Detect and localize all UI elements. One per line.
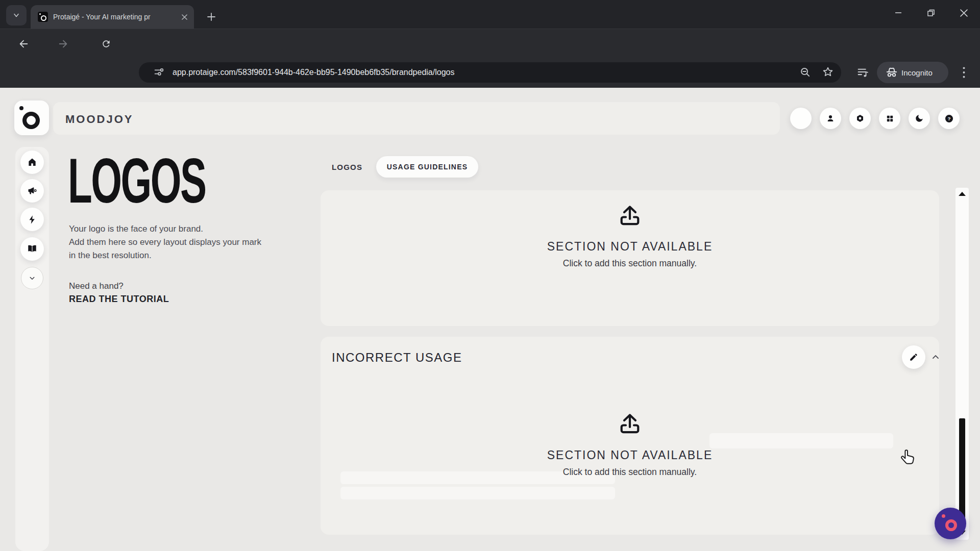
hand-pointer-cursor (900, 449, 916, 466)
empty-section-subtitle[interactable]: Click to add this section manually. (321, 467, 939, 478)
window-controls (882, 0, 980, 29)
page-title: LOGOS (68, 153, 206, 208)
brand-name: MOODJOY (65, 113, 133, 126)
chevron-down-icon (12, 11, 20, 19)
pencil-icon (909, 353, 918, 362)
media-controls-icon[interactable] (856, 66, 869, 79)
incognito-icon (885, 66, 898, 79)
description-line: Your logo is the face of your brand. (69, 222, 261, 236)
help-prompt: Need a hand? (69, 281, 124, 291)
app-header-bar (53, 102, 780, 135)
page-description: Your logo is the face of your brand. Add… (69, 222, 261, 262)
grid-icon (886, 114, 894, 123)
incorrect-usage-card: INCORRECT USAGE SECTION NOT AVAILABLE Cl… (321, 337, 939, 535)
close-icon (960, 9, 968, 17)
bookmark-star-icon[interactable] (822, 66, 834, 78)
skeleton-band (340, 487, 615, 499)
sidebar-item-quick-actions[interactable] (20, 208, 44, 231)
sidebar-item-home[interactable] (20, 151, 44, 174)
browser-menu-kebab-icon[interactable] (960, 66, 968, 79)
description-line: in the best resolution. (69, 249, 261, 262)
app-page: MOODJOY ? (0, 88, 980, 551)
browser-tab[interactable]: Protaigé - Your AI marketing pr (31, 5, 194, 29)
upload-icon-wrap (321, 411, 939, 440)
help-button[interactable]: ? (938, 108, 960, 129)
address-bar[interactable]: app.protaige.com/583f9601-944b-462e-bb95… (139, 62, 841, 83)
empty-section-title: SECTION NOT AVAILABLE (321, 448, 939, 462)
dark-mode-button[interactable] (909, 108, 930, 129)
incognito-label: Incognito (901, 68, 933, 77)
open-book-icon (27, 244, 37, 254)
question-icon: ? (944, 114, 954, 123)
upload-icon (617, 411, 643, 438)
restore-icon (927, 9, 935, 17)
back-button[interactable] (15, 35, 32, 53)
fab-ring-icon (945, 519, 957, 531)
zoom-out-icon[interactable] (799, 66, 811, 78)
back-arrow-icon (18, 38, 29, 49)
logo-dot-icon (19, 106, 23, 110)
upload-icon (617, 203, 643, 230)
home-icon (27, 157, 37, 167)
incorrect-usage-title: INCORRECT USAGE (332, 350, 462, 365)
reload-icon (101, 39, 111, 49)
url-text[interactable]: app.protaige.com/583f9601-944b-462e-bb95… (173, 62, 454, 83)
avatar[interactable] (790, 108, 812, 129)
browser-tabstrip: Protaigé - Your AI marketing pr (0, 0, 980, 29)
upload-icon-wrap (321, 203, 939, 232)
edit-section-button[interactable] (902, 345, 925, 369)
protaige-favicon-icon (38, 12, 48, 22)
profile-button[interactable] (820, 108, 841, 129)
empty-section-title: SECTION NOT AVAILABLE (321, 240, 939, 254)
close-window-button[interactable] (947, 0, 980, 26)
tab-usage-guidelines[interactable]: USAGE GUIDELINES (376, 156, 478, 178)
forward-button[interactable] (55, 35, 72, 53)
moon-icon (915, 114, 924, 123)
settings-button[interactable] (849, 108, 871, 129)
forward-arrow-icon (58, 38, 69, 49)
browser-toolbar: app.protaige.com/583f9601-944b-462e-bb95… (0, 29, 980, 88)
gear-icon (855, 114, 865, 123)
sidebar-expand-button[interactable] (21, 267, 43, 289)
lightning-bolt-icon (28, 215, 37, 224)
screen: Protaigé - Your AI marketing pr (0, 0, 980, 551)
megaphone-icon (27, 186, 37, 196)
sidebar-item-brand-book[interactable] (20, 237, 44, 261)
restore-button[interactable] (915, 0, 947, 26)
collapse-section-button[interactable] (930, 352, 941, 363)
logo-ring-icon (22, 112, 40, 129)
fab-dot-icon (942, 514, 945, 518)
protaige-assistant-fab[interactable] (935, 508, 966, 539)
reload-button[interactable] (97, 35, 115, 53)
apps-grid-button[interactable] (879, 108, 900, 129)
plus-icon (207, 13, 215, 21)
section-card[interactable]: SECTION NOT AVAILABLE Click to add this … (321, 190, 939, 326)
read-tutorial-link[interactable]: READ THE TUTORIAL (69, 294, 169, 305)
tab-title-fade (148, 5, 176, 29)
minimize-icon (894, 9, 902, 17)
tab-usage-guidelines-label: USAGE GUIDELINES (387, 163, 468, 171)
close-icon (182, 14, 187, 20)
chevron-down-icon (28, 273, 37, 283)
chevron-up-icon (930, 352, 941, 362)
scrollbar-up-arrow[interactable] (959, 192, 966, 196)
description-line: Add them here so every layout displays y… (69, 236, 261, 249)
protaige-logo[interactable] (14, 101, 49, 135)
minimize-button[interactable] (882, 0, 915, 26)
tab-logos[interactable]: LOGOS (332, 163, 362, 171)
svg-text:?: ? (947, 115, 950, 121)
person-icon (826, 114, 835, 123)
new-tab-button[interactable] (203, 9, 219, 25)
empty-section-subtitle[interactable]: Click to add this section manually. (321, 258, 939, 269)
tab-search-button[interactable] (6, 5, 27, 26)
tab-close-button[interactable] (180, 12, 189, 21)
sidebar-item-announcements[interactable] (20, 179, 44, 203)
site-settings-tune-icon (153, 66, 164, 78)
incognito-badge[interactable]: Incognito (877, 62, 948, 83)
